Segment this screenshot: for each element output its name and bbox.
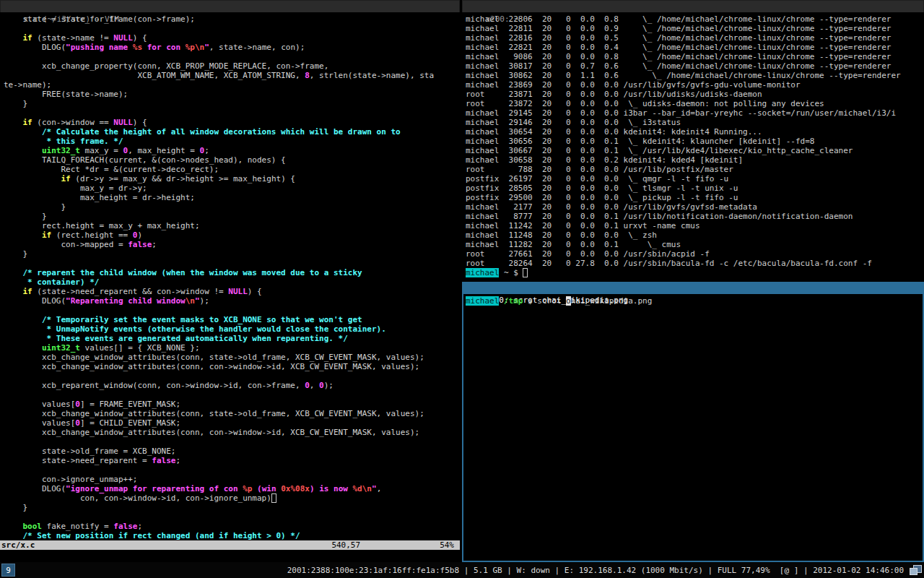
text-segment: te->name);: [4, 80, 51, 90]
code-line: xcb_reparent_window(conn, con->window->i…: [4, 381, 460, 390]
text-segment: postfix 29500 20 0 0.0 0.0 \_ pickup -l …: [466, 193, 738, 202]
text-segment: 0x%08x: [281, 484, 310, 493]
process-row: michael 11282 20 0 0.0 0.1 \_ cmus: [466, 240, 924, 249]
text-segment: (con->window ==: [32, 118, 114, 127]
code-line: /* Set new position if rect changed (and…: [4, 531, 460, 540]
text-segment: michael 2177 20 0 0.0 0.0 /usr/lib/gvfs/…: [466, 202, 757, 212]
text-segment: (rect.height ==: [51, 230, 133, 240]
code-line: max_height = dr->height;: [4, 193, 460, 202]
text-segment: NULL: [113, 118, 133, 127]
code-line: [4, 465, 460, 475]
text-segment: root 28264 20 0 27.8 0.0 /usr/sbin/bacul…: [466, 259, 872, 268]
text-segment: ] = CHILD_EVENT_MASK;: [80, 418, 180, 428]
vim-window-titlebar[interactable]: x.c (~/i3/src) - VIM: [0, 0, 460, 12]
text-segment: 0: [305, 381, 310, 390]
text-segment: state->old_frame = XCB_NONE;: [4, 447, 175, 456]
text-segment: michael 30862 20 0 1.1 0.6 \_ /home/mich…: [466, 71, 901, 80]
text-segment: %s: [133, 43, 142, 52]
process-row: postfix 29500 20 0 0.0 0.0 \_ pickup -l …: [466, 193, 924, 202]
process-row: root 28264 20 0 27.8 0.0 /usr/sbin/bacul…: [466, 259, 924, 268]
text-segment: /tmp: [504, 296, 523, 306]
text-segment: 8: [305, 71, 310, 80]
text-segment: , strlen(state->name), sta: [310, 71, 434, 80]
code-line: [4, 259, 460, 268]
text-segment: false: [113, 522, 137, 531]
text-segment: state->need_reparent =: [4, 456, 152, 465]
code-line: state->old_frame = XCB_NONE;: [4, 447, 460, 456]
text-segment: michael 30817 20 0 0.7 0.6 \_ /home/mich…: [466, 61, 891, 71]
text-segment: 0: [319, 381, 324, 390]
text-segment: values[: [4, 418, 75, 428]
process-row: root 27661 20 0 0.0 0.0 /usr/sbin/acpid …: [466, 249, 924, 259]
text-segment: (win: [252, 484, 281, 493]
vim-window[interactable]: x.c (~/i3/src) - VIM state = state_for_f…: [0, 0, 460, 562]
text-segment: $ scrot: [523, 296, 566, 306]
text-segment: max_y =: [80, 146, 123, 155]
code-line: values[0] = CHILD_EVENT_MASK;: [4, 418, 460, 428]
code-line: DLOG("Reparenting child window\n");: [4, 296, 460, 306]
text-segment: con, con->window->id, con->ignore_unmap): [4, 493, 271, 503]
text-segment: %p: [243, 484, 252, 493]
text-segment: }: [4, 202, 66, 212]
process-row: michael 11248 20 0 0.0 0.0 \_ zsh: [466, 230, 924, 240]
text-segment: fake_notify =: [42, 522, 113, 531]
text-segment: }: [4, 99, 27, 108]
text-segment: [4, 230, 42, 240]
text-segment: 0: [75, 400, 80, 409]
vim-statusline: src/x.c 540,57 54%: [0, 540, 460, 550]
process-list-area[interactable]: michael 22806 20 0 0.0 0.8 \_ /home/mich…: [462, 12, 924, 277]
code-line: xcb_change_property(conn, XCB_PROP_MODE_…: [4, 61, 460, 71]
process-row: michael 22806 20 0 0.0 0.8 \_ /home/mich…: [466, 14, 924, 24]
text-segment: xcb_change_window_attributes(conn, state…: [4, 353, 424, 362]
code-line: }: [4, 202, 460, 212]
workspace-button[interactable]: 9: [1, 564, 15, 577]
text-segment: michael 11242 20 0 0.0 0.1 urxvt -name c…: [466, 221, 700, 230]
code-line: DLOG("ignore_unmap for reparenting of co…: [4, 484, 460, 493]
text-segment: [4, 118, 23, 127]
text-segment: root 27661 20 0 0.0 0.0 /usr/sbin/acpid …: [466, 249, 710, 259]
text-segment: root 788 20 0 0.0 0.0 /usr/lib/postfix/m…: [466, 165, 733, 174]
text-segment: XCB_ATOM_WM_NAME, XCB_ATOM_STRING,: [4, 71, 305, 80]
process-row: michael 23869 20 0 0.0 0.0 /usr/lib/gvfs…: [466, 80, 924, 90]
process-row: root 23872 20 0 0.0 0.0 \_ udisks-daemon…: [466, 99, 924, 108]
code-line: if (state->need_reparent && con->window …: [4, 287, 460, 296]
terminal-cursor: o: [566, 296, 571, 306]
process-row: michael 22821 20 0 0.0 0.4 \_ /home/mich…: [466, 43, 924, 52]
vim-code-area[interactable]: state = state_for_frame(con->frame); if …: [0, 12, 460, 540]
process-row: michael 29146 20 0 0.0 0.0 \_ i3status: [466, 118, 924, 127]
code-line: }: [4, 99, 460, 108]
code-line: values[0] = FRAME_EVENT_MASK;: [4, 400, 460, 409]
text-segment: }: [4, 249, 27, 259]
process-row: michael 30654 20 0 0.0 0.0 kdeinit4: kde…: [466, 127, 924, 137]
systray-windows-icon[interactable]: [909, 564, 922, 576]
text-segment: ~ $: [499, 268, 523, 277]
text-segment: values[: [4, 400, 75, 409]
terminal-window-bottom[interactable]: x200: scrot ohai_wikipedia.png michael /…: [462, 282, 924, 562]
text-segment: root 23872 20 0 0.0 0.0 \_ udisks-daemon…: [466, 99, 824, 108]
code-line: if (dr->y >= max_y && dr->height >= max_…: [4, 174, 460, 184]
terminal-bottom-titlebar[interactable]: x200: scrot ohai_wikipedia.png: [462, 282, 924, 294]
code-line: te->name);: [4, 80, 460, 90]
text-segment: hai_wikipedia.png: [571, 296, 653, 306]
text-segment: ": [204, 43, 209, 52]
text-segment: ) {: [248, 287, 262, 296]
text-segment: ": [195, 296, 200, 306]
text-segment: postfix 26197 20 0 0.0 0.0 \_ qmgr -l -t…: [466, 174, 728, 184]
text-segment: xcb_change_window_attributes(conn, con->…: [4, 362, 419, 371]
text-segment: ;: [175, 456, 180, 465]
terminal-cursor: ;: [271, 493, 276, 503]
code-line: xcb_change_window_attributes(conn, state…: [4, 353, 460, 362]
text-segment: if: [61, 174, 70, 184]
text-segment: (state->need_reparent && con->window !=: [32, 287, 229, 296]
shell-area[interactable]: michael /tmp $ scrot ohai_wikipedia.png: [462, 294, 924, 562]
text-segment: uint32_t: [42, 146, 80, 155]
terminal-window-top[interactable]: x200: ~ michael 22806 20 0 0.0 0.8 \_ /h…: [462, 0, 924, 282]
text-segment: michael 30667 20 0 0.0 0.1 \_ /usr/lib/k…: [466, 146, 853, 155]
code-line: xcb_change_window_attributes(conn, con->…: [4, 362, 460, 371]
code-line: [4, 306, 460, 315]
text-segment: xcb_reparent_window(conn, con->window->i…: [4, 381, 305, 390]
terminal-top-titlebar[interactable]: x200: ~: [462, 0, 924, 12]
text-segment: xcb_change_window_attributes(conn, con->…: [4, 428, 419, 437]
text-segment: ,: [310, 381, 319, 390]
text-segment: ) is now: [310, 484, 353, 493]
